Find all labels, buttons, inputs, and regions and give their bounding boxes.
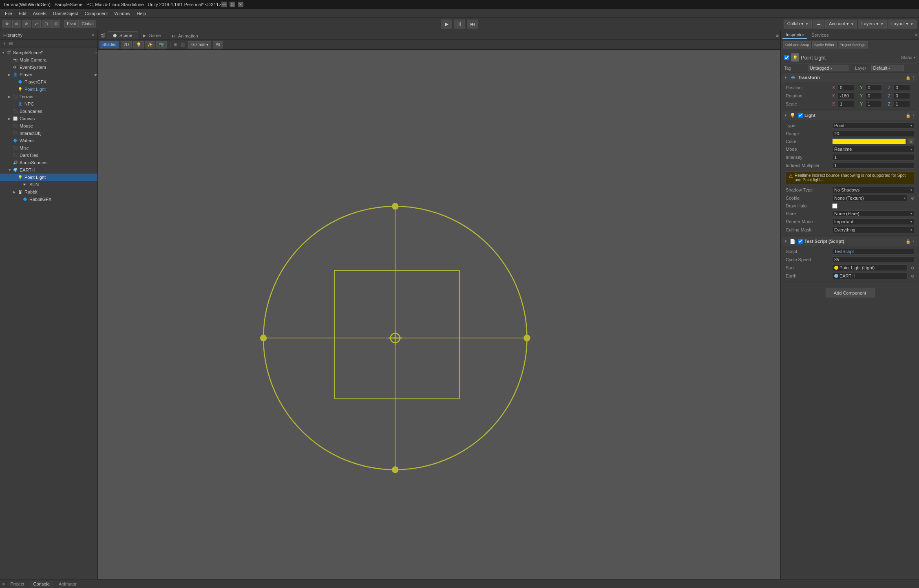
test-script-menu[interactable]: ⋮ (912, 239, 916, 244)
tree-item-player[interactable]: ▶ 👤 Player ▶ (0, 71, 97, 78)
pause-button[interactable]: ⏸ (454, 20, 465, 29)
transform-menu[interactable]: ⋮ (912, 75, 916, 80)
rot-y-input[interactable] (866, 92, 882, 99)
camera-btn[interactable]: 📷 (156, 41, 167, 48)
tab-inspector[interactable]: Inspector (782, 31, 807, 39)
tree-item-sun[interactable]: ☀ SUN (0, 181, 97, 188)
tree-item-canvas[interactable]: ▶ ⬜ Canvas (0, 115, 97, 122)
light-lock[interactable]: 🔒 (906, 113, 910, 118)
maximize-button[interactable]: □ (230, 2, 235, 7)
pos-x-input[interactable] (838, 84, 854, 91)
sprite-editor-btn[interactable]: Sprite Editor (812, 41, 837, 48)
menu-assets[interactable]: Assets (30, 10, 50, 17)
tag-dropdown[interactable]: Untagged ▾ (808, 65, 848, 71)
view-menu-icon[interactable]: ≡ (775, 31, 780, 40)
light-menu[interactable]: ⋮ (912, 113, 916, 118)
cookie-select-btn[interactable]: ⊙ (911, 196, 914, 200)
pos-z-input[interactable] (894, 84, 910, 91)
tab-services[interactable]: Services (808, 31, 832, 39)
layers-button[interactable]: Layers ▾ (858, 20, 887, 29)
tree-item-mouse[interactable]: ⬛ Mouse (0, 122, 97, 130)
pos-y-input[interactable] (866, 84, 882, 91)
flare-dropdown[interactable]: None (Flare) ▾ (832, 210, 914, 217)
sun-ref-field[interactable]: Point Light (Light) (832, 264, 908, 271)
menu-file[interactable]: File (2, 10, 15, 17)
light-header[interactable]: ▼ 💡 Light 🔒 ⋮ (782, 111, 917, 120)
test-script-header[interactable]: ▼ 📄 Test Script (Script) 🔒 ⋮ (782, 237, 917, 246)
scale-y-input[interactable] (866, 101, 882, 107)
light-color-swatch[interactable] (832, 139, 906, 144)
tree-item-event-system[interactable]: ⚙ EventSystem (0, 64, 97, 71)
render-mode-dropdown[interactable]: Important ▾ (832, 218, 914, 225)
step-button[interactable]: ⏭ (467, 20, 478, 29)
light-mode-dropdown[interactable]: Realtime ▾ (832, 146, 914, 152)
move-tool[interactable]: ⊕ (12, 20, 21, 28)
account-button[interactable]: Account ▾ (825, 20, 857, 29)
scale-z-input[interactable] (894, 101, 910, 107)
tree-item-interactobj[interactable]: ⬛ InteractObj (0, 130, 97, 137)
tree-item-dark-tiles[interactable]: ⬛ DarkTiles (0, 152, 97, 159)
tree-item-sample-scene[interactable]: ▼ 🎬 SampleScene* ≡ (0, 49, 97, 56)
tree-item-earth[interactable]: ▼ 🌍 EARTH (0, 166, 97, 174)
shadow-type-dropdown[interactable]: No Shadows ▾ (832, 187, 914, 193)
object-active-checkbox[interactable] (784, 55, 789, 60)
hier-add-button[interactable]: + (2, 41, 7, 47)
rot-x-input[interactable] (838, 92, 854, 99)
hand-tool[interactable]: ✥ (2, 20, 11, 28)
project-settings-btn[interactable]: Project Settings (838, 41, 868, 48)
tree-item-rabbit[interactable]: ▶ 🐰 Rabbit (0, 188, 97, 196)
gizmos-button[interactable]: Gizmos ▾ (188, 41, 211, 48)
light-type-dropdown[interactable]: Point ▾ (832, 122, 914, 129)
light-color-picker[interactable]: ⊕ (908, 139, 914, 144)
light-enabled-checkbox[interactable] (798, 113, 803, 118)
close-button[interactable]: ✕ (238, 2, 243, 7)
transform-tool[interactable]: ⊞ (51, 20, 60, 28)
tree-item-boundaries[interactable]: ⬛ Boundaries (0, 108, 97, 115)
scene-menu-icon[interactable]: ≡ (95, 51, 97, 55)
layout-button[interactable]: Layout ▾ (888, 20, 917, 29)
add-component-button[interactable]: Add Component (826, 288, 875, 297)
scale-tool[interactable]: ⤢ (32, 20, 41, 28)
menu-window[interactable]: Window (111, 10, 133, 17)
draw-halo-checkbox[interactable] (832, 203, 837, 209)
tree-item-npc[interactable]: 👤 NPC (0, 100, 97, 108)
shaded-button[interactable]: Shaded (99, 41, 119, 48)
rotate-tool[interactable]: ⟳ (22, 20, 31, 28)
cycle-speed-input[interactable] (832, 256, 914, 263)
tab-animator[interactable]: Animator (55, 581, 80, 587)
collab-button[interactable]: Collab ▾ (784, 20, 812, 29)
grid-snap-btn[interactable]: Grid and Snap (783, 41, 811, 48)
rect-tool[interactable]: ⊡ (42, 20, 51, 28)
tab-project[interactable]: Project (7, 581, 27, 587)
rot-z-input[interactable] (894, 92, 910, 99)
tab-animation[interactable]: ⏯ Animation (166, 32, 203, 40)
light-range-input[interactable] (832, 130, 914, 137)
tree-item-point-light-main[interactable]: 💡 Point Light (0, 174, 97, 181)
earth-ref-field[interactable]: EARTH (832, 273, 908, 279)
global-button[interactable]: Global (79, 20, 96, 28)
2d-button[interactable]: 2D (121, 41, 132, 48)
tab-game[interactable]: ▶ Game (137, 31, 166, 40)
tree-item-point-light-child[interactable]: 💡 Point Light (0, 86, 97, 93)
insp-menu-icon[interactable]: ≡ (915, 33, 917, 37)
pivot-button[interactable]: Pivot (64, 20, 79, 28)
transform-lock[interactable]: 🔒 (906, 75, 910, 80)
test-script-lock[interactable]: 🔒 (906, 239, 910, 244)
hierarchy-menu-icon[interactable]: ≡ (92, 33, 94, 37)
test-script-enabled-checkbox[interactable] (798, 239, 803, 244)
scene-view[interactable] (98, 50, 780, 579)
transform-header[interactable]: ▼ ⊕ Transform 🔒 ⋮ (782, 73, 917, 82)
fx-btn[interactable]: ✨ (145, 41, 155, 48)
tree-item-waters[interactable]: 🔷 Waters (0, 137, 97, 144)
lighting-btn[interactable]: 💡 (133, 41, 144, 48)
all-button[interactable]: All (213, 41, 223, 48)
play-button[interactable]: ▶ (441, 20, 452, 29)
cloud-button[interactable]: ☁ (813, 20, 824, 29)
tree-item-audio-sources[interactable]: 🔊 AudioSources (0, 159, 97, 166)
tree-item-player-gfx[interactable]: 🔷 PlayerGFX (0, 78, 97, 86)
tab-scene[interactable]: ⬟ Scene (108, 31, 137, 40)
script-field[interactable]: TestScript (832, 248, 914, 255)
tab-console[interactable]: Console (30, 581, 53, 587)
menu-edit[interactable]: Edit (15, 10, 30, 17)
layer-dropdown[interactable]: Default ▾ (871, 65, 904, 71)
